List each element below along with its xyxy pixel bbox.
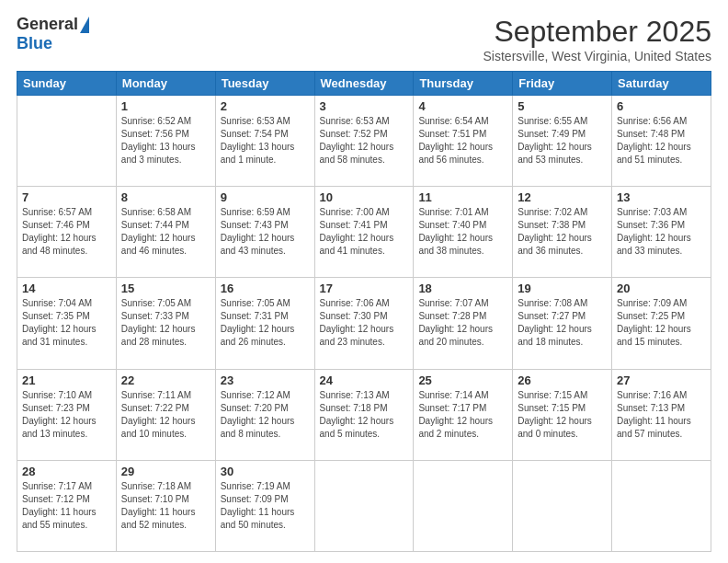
day-number: 17 — [320, 282, 409, 295]
day-number: 24 — [320, 373, 409, 387]
day-info: Sunrise: 7:14 AM Sunset: 7:17 PM Dayligh… — [418, 389, 507, 441]
day-info: Sunrise: 7:07 AM Sunset: 7:28 PM Dayligh… — [418, 297, 507, 349]
col-tuesday: Tuesday — [215, 72, 314, 96]
day-info: Sunrise: 7:04 AM Sunset: 7:35 PM Dayligh… — [22, 297, 111, 349]
day-number: 15 — [121, 282, 210, 295]
title-section: September 2025 Sistersville, West Virgin… — [483, 15, 711, 63]
day-info: Sunrise: 6:57 AM Sunset: 7:46 PM Dayligh… — [22, 206, 111, 258]
calendar-cell: 12Sunrise: 7:02 AM Sunset: 7:38 PM Dayli… — [513, 187, 612, 278]
day-info: Sunrise: 7:02 AM Sunset: 7:38 PM Dayligh… — [518, 206, 607, 258]
day-number: 2 — [221, 99, 310, 113]
calendar-header-row: Sunday Monday Tuesday Wednesday Thursday… — [17, 72, 711, 96]
calendar-cell — [612, 460, 711, 551]
day-info: Sunrise: 7:17 AM Sunset: 7:12 PM Dayligh… — [22, 480, 111, 532]
calendar-cell: 1Sunrise: 6:52 AM Sunset: 7:56 PM Daylig… — [116, 96, 215, 187]
day-number: 29 — [121, 465, 210, 478]
col-wednesday: Wednesday — [314, 72, 414, 96]
calendar-cell — [314, 460, 414, 551]
calendar-cell: 11Sunrise: 7:01 AM Sunset: 7:40 PM Dayli… — [414, 187, 513, 278]
day-info: Sunrise: 7:03 AM Sunset: 7:36 PM Dayligh… — [617, 206, 706, 258]
day-number: 8 — [121, 190, 210, 204]
day-number: 21 — [22, 373, 111, 387]
day-info: Sunrise: 6:53 AM Sunset: 7:54 PM Dayligh… — [221, 115, 310, 167]
calendar-cell: 3Sunrise: 6:53 AM Sunset: 7:52 PM Daylig… — [314, 96, 414, 187]
col-saturday: Saturday — [612, 72, 711, 96]
day-info: Sunrise: 7:01 AM Sunset: 7:40 PM Dayligh… — [418, 206, 507, 258]
calendar-cell: 24Sunrise: 7:13 AM Sunset: 7:18 PM Dayli… — [314, 369, 414, 460]
calendar-cell: 25Sunrise: 7:14 AM Sunset: 7:17 PM Dayli… — [414, 369, 513, 460]
calendar-table: Sunday Monday Tuesday Wednesday Thursday… — [17, 71, 711, 552]
calendar-week-2: 7Sunrise: 6:57 AM Sunset: 7:46 PM Daylig… — [17, 187, 711, 278]
calendar-cell: 29Sunrise: 7:18 AM Sunset: 7:10 PM Dayli… — [116, 460, 215, 551]
day-number: 11 — [418, 190, 507, 204]
day-info: Sunrise: 7:18 AM Sunset: 7:10 PM Dayligh… — [121, 480, 210, 532]
day-info: Sunrise: 7:08 AM Sunset: 7:27 PM Dayligh… — [518, 297, 607, 349]
day-info: Sunrise: 6:58 AM Sunset: 7:44 PM Dayligh… — [121, 206, 210, 258]
day-info: Sunrise: 6:59 AM Sunset: 7:43 PM Dayligh… — [221, 206, 310, 258]
month-title: September 2025 — [483, 15, 711, 49]
calendar-cell: 21Sunrise: 7:10 AM Sunset: 7:23 PM Dayli… — [17, 369, 117, 460]
day-number: 14 — [22, 282, 111, 295]
day-info: Sunrise: 7:05 AM Sunset: 7:31 PM Dayligh… — [221, 297, 310, 349]
logo-general-text: General — [17, 15, 78, 34]
calendar-cell — [17, 96, 117, 187]
calendar-cell: 30Sunrise: 7:19 AM Sunset: 7:09 PM Dayli… — [215, 460, 314, 551]
day-number: 1 — [121, 99, 210, 113]
calendar-cell: 20Sunrise: 7:09 AM Sunset: 7:25 PM Dayli… — [612, 278, 711, 369]
calendar-week-3: 14Sunrise: 7:04 AM Sunset: 7:35 PM Dayli… — [17, 278, 711, 369]
day-info: Sunrise: 6:56 AM Sunset: 7:48 PM Dayligh… — [617, 115, 706, 167]
calendar-week-5: 28Sunrise: 7:17 AM Sunset: 7:12 PM Dayli… — [17, 460, 711, 551]
calendar-cell — [414, 460, 513, 551]
day-info: Sunrise: 7:11 AM Sunset: 7:22 PM Dayligh… — [121, 389, 210, 441]
day-number: 9 — [221, 190, 310, 204]
day-number: 20 — [617, 282, 706, 295]
col-monday: Monday — [116, 72, 215, 96]
day-info: Sunrise: 7:16 AM Sunset: 7:13 PM Dayligh… — [617, 389, 706, 441]
calendar-cell: 17Sunrise: 7:06 AM Sunset: 7:30 PM Dayli… — [314, 278, 414, 369]
day-info: Sunrise: 7:10 AM Sunset: 7:23 PM Dayligh… — [22, 389, 111, 441]
day-number: 26 — [518, 373, 607, 387]
day-number: 23 — [221, 373, 310, 387]
calendar-cell: 27Sunrise: 7:16 AM Sunset: 7:13 PM Dayli… — [612, 369, 711, 460]
calendar-cell: 18Sunrise: 7:07 AM Sunset: 7:28 PM Dayli… — [414, 278, 513, 369]
col-friday: Friday — [513, 72, 612, 96]
day-number: 10 — [320, 190, 409, 204]
calendar-cell: 26Sunrise: 7:15 AM Sunset: 7:15 PM Dayli… — [513, 369, 612, 460]
day-number: 7 — [22, 190, 111, 204]
day-info: Sunrise: 7:05 AM Sunset: 7:33 PM Dayligh… — [121, 297, 210, 349]
calendar-week-4: 21Sunrise: 7:10 AM Sunset: 7:23 PM Dayli… — [17, 369, 711, 460]
col-sunday: Sunday — [17, 72, 117, 96]
calendar-cell: 15Sunrise: 7:05 AM Sunset: 7:33 PM Dayli… — [116, 278, 215, 369]
calendar-cell: 9Sunrise: 6:59 AM Sunset: 7:43 PM Daylig… — [215, 187, 314, 278]
day-number: 18 — [418, 282, 507, 295]
logo-triangle-icon — [80, 17, 89, 33]
day-number: 30 — [221, 465, 310, 478]
day-number: 6 — [617, 99, 706, 113]
calendar-cell: 13Sunrise: 7:03 AM Sunset: 7:36 PM Dayli… — [612, 187, 711, 278]
day-number: 22 — [121, 373, 210, 387]
logo-blue-text: Blue — [17, 34, 52, 53]
calendar-cell: 19Sunrise: 7:08 AM Sunset: 7:27 PM Dayli… — [513, 278, 612, 369]
calendar-cell: 14Sunrise: 7:04 AM Sunset: 7:35 PM Dayli… — [17, 278, 117, 369]
calendar-cell: 16Sunrise: 7:05 AM Sunset: 7:31 PM Dayli… — [215, 278, 314, 369]
calendar-cell: 28Sunrise: 7:17 AM Sunset: 7:12 PM Dayli… — [17, 460, 117, 551]
page: General Blue September 2025 Sistersville… — [0, 0, 728, 563]
calendar-cell: 22Sunrise: 7:11 AM Sunset: 7:22 PM Dayli… — [116, 369, 215, 460]
day-number: 13 — [617, 190, 706, 204]
day-info: Sunrise: 7:00 AM Sunset: 7:41 PM Dayligh… — [320, 206, 409, 258]
calendar-cell: 8Sunrise: 6:58 AM Sunset: 7:44 PM Daylig… — [116, 187, 215, 278]
day-number: 12 — [518, 190, 607, 204]
calendar-cell: 2Sunrise: 6:53 AM Sunset: 7:54 PM Daylig… — [215, 96, 314, 187]
day-info: Sunrise: 7:15 AM Sunset: 7:15 PM Dayligh… — [518, 389, 607, 441]
day-number: 3 — [320, 99, 409, 113]
day-info: Sunrise: 6:53 AM Sunset: 7:52 PM Dayligh… — [320, 115, 409, 167]
calendar-cell — [513, 460, 612, 551]
header: General Blue September 2025 Sistersville… — [17, 15, 711, 63]
day-number: 16 — [221, 282, 310, 295]
calendar-cell: 10Sunrise: 7:00 AM Sunset: 7:41 PM Dayli… — [314, 187, 414, 278]
calendar-cell: 4Sunrise: 6:54 AM Sunset: 7:51 PM Daylig… — [414, 96, 513, 187]
calendar-cell: 7Sunrise: 6:57 AM Sunset: 7:46 PM Daylig… — [17, 187, 117, 278]
day-number: 5 — [518, 99, 607, 113]
day-info: Sunrise: 6:54 AM Sunset: 7:51 PM Dayligh… — [418, 115, 507, 167]
calendar-week-1: 1Sunrise: 6:52 AM Sunset: 7:56 PM Daylig… — [17, 96, 711, 187]
